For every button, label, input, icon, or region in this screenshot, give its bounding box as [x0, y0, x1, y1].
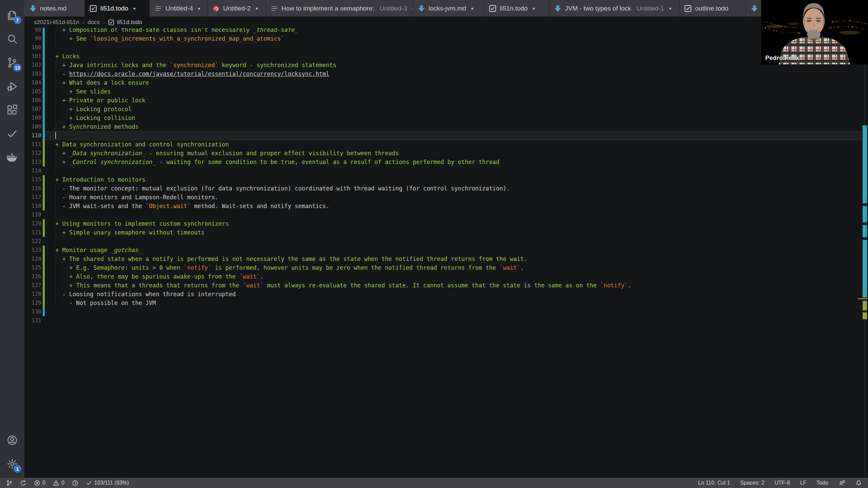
status-lf[interactable]: LF [800, 480, 807, 486]
status-utf-8[interactable]: UTF-8 [774, 480, 790, 486]
line-number[interactable]: 107 [24, 105, 41, 114]
editor-line-107[interactable]: 107 + Locking protocol [24, 105, 868, 114]
tab-locks-jvm-md[interactable]: locks-jvm.md● [413, 0, 484, 17]
editor-line-101[interactable]: 101+ Locks [24, 52, 868, 61]
line-number[interactable]: 100 [24, 43, 41, 52]
line-number[interactable]: 120 [24, 219, 41, 228]
editor-line-103[interactable]: 103 - https://docs.oracle.com/javase/tut… [24, 69, 868, 78]
line-number[interactable]: 108 [24, 114, 41, 122]
git-gutter-modified-indicator[interactable] [43, 307, 45, 316]
line-number[interactable]: 101 [24, 52, 41, 61]
editor-line-116[interactable]: 116 - The monitor concept: mutual exclus… [24, 184, 868, 193]
git-gutter-modified-indicator[interactable] [43, 96, 45, 105]
activity-bar-item-explorer[interactable]: 7 [0, 3, 24, 27]
modified-dot-icon[interactable]: ● [198, 6, 200, 11]
editor-line-127[interactable]: 127 + This means that a threads that ret… [24, 281, 868, 290]
breadcrumb-folder[interactable]: s2021i-li51d-li51n [34, 19, 79, 26]
editor-line-120[interactable]: 120+ Using monitors to implement custom … [24, 219, 868, 228]
editor-line-130[interactable]: 130 [24, 307, 868, 316]
line-number[interactable]: 102 [24, 61, 41, 69]
line-number[interactable]: 103 [24, 69, 41, 78]
modified-dot-icon[interactable]: ● [532, 6, 535, 11]
line-number[interactable]: 112 [24, 149, 41, 158]
line-number[interactable]: 105 [24, 87, 41, 96]
git-gutter-modified-indicator[interactable] [43, 87, 45, 96]
modified-dot-icon[interactable]: ● [133, 6, 136, 11]
tab-notes-md[interactable]: notes.md [24, 0, 85, 17]
git-gutter-added-indicator[interactable] [43, 281, 45, 290]
editor-line-102[interactable]: 102 + Java intrinsic locks and the `sync… [24, 61, 868, 69]
line-number[interactable]: 128 [24, 290, 41, 299]
status-bell[interactable] [855, 480, 862, 486]
git-gutter-added-indicator[interactable] [43, 202, 45, 210]
line-number[interactable]: 121 [24, 228, 41, 237]
git-gutter-modified-indicator[interactable] [43, 61, 45, 69]
link-text[interactable]: https://docs.oracle.com/javase/tutorial/… [69, 70, 330, 77]
line-number[interactable]: 122 [24, 237, 41, 246]
editor-line-104[interactable]: 104 + What does a lock ensure [24, 78, 868, 87]
line-number[interactable]: 99 [24, 34, 41, 43]
editor-line-109[interactable]: 109 + Synchronized methods [24, 122, 868, 131]
status-103-111-93-[interactable]: 103/111 (93%) [86, 480, 129, 486]
modified-dot-icon[interactable]: ● [255, 6, 258, 11]
git-gutter-modified-indicator[interactable] [43, 52, 45, 61]
editor-line-121[interactable]: 121 + Simple unary semaphore without tim… [24, 228, 868, 237]
editor-line-117[interactable]: 117 - Hoare monitors and Lampson-Redell … [24, 193, 868, 202]
editor-line-126[interactable]: 126 + Also, there may be spurious awake-… [24, 272, 868, 281]
activity-bar-item-settings[interactable]: 1 [0, 452, 24, 476]
status-0[interactable]: 0 [34, 480, 45, 486]
git-gutter-added-indicator[interactable] [43, 158, 45, 166]
line-number[interactable]: 114 [24, 166, 41, 175]
editor-line-114[interactable]: 114 [24, 166, 868, 175]
tab-how-to-implement-a-semaphore-[interactable]: How to implement a semaphore:Untitled-3● [266, 0, 413, 17]
status-ln-110-col-1[interactable]: Ln 110, Col 1 [698, 480, 730, 486]
activity-bar-item-search[interactable] [0, 27, 24, 51]
editor-line-118[interactable]: 118 - JVM wait-sets and the `Object.wait… [24, 202, 868, 210]
line-number[interactable]: 131 [24, 316, 41, 325]
git-gutter-added-indicator[interactable] [43, 184, 45, 193]
editor-line-122[interactable]: 122 [24, 237, 868, 246]
line-number[interactable]: 126 [24, 272, 41, 281]
editor-pane[interactable]: 98 + Composition of thread-safe classes … [24, 28, 868, 478]
git-gutter-added-indicator[interactable] [43, 263, 45, 272]
git-gutter-added-indicator[interactable] [43, 255, 45, 263]
line-number[interactable]: 129 [24, 299, 41, 307]
modified-dot-icon[interactable]: ● [669, 6, 672, 11]
status-sync[interactable] [20, 480, 26, 486]
line-number[interactable]: 125 [24, 263, 41, 272]
activity-bar-item-todo-tree[interactable] [0, 122, 24, 146]
line-number[interactable]: 127 [24, 281, 41, 290]
editor-line-129[interactable]: 129 - Not possible on the JVM [24, 299, 868, 307]
line-number[interactable]: 118 [24, 202, 41, 210]
line-number[interactable]: 106 [24, 96, 41, 105]
editor-line-105[interactable]: 105 + See slides [24, 87, 868, 96]
line-number[interactable]: 110 [24, 131, 41, 140]
tab-untitled-4[interactable]: Untitled-4● [150, 0, 208, 17]
tab-jvm-two-types-of-lock[interactable]: JVM - two types of lockUntitled-1● [549, 0, 679, 17]
modified-dot-icon[interactable]: ● [471, 6, 474, 11]
git-gutter-added-indicator[interactable] [43, 299, 45, 307]
git-gutter-added-indicator[interactable] [43, 149, 45, 158]
git-gutter-added-indicator[interactable] [43, 140, 45, 149]
activity-bar-item-accounts[interactable] [0, 428, 24, 452]
editor-line-115[interactable]: 115+ Introduction to monitors [24, 175, 868, 184]
editor-line-131[interactable]: 131 [24, 316, 868, 325]
activity-bar-item-source-control[interactable]: 13 [0, 51, 24, 75]
status-history[interactable] [72, 480, 78, 486]
line-number[interactable]: 119 [24, 210, 41, 219]
editor-line-112[interactable]: 112 + _Data synchronization_ - ensuring … [24, 149, 868, 158]
editor-line-113[interactable]: 113 + _Control synchronization_ - waitin… [24, 158, 868, 166]
breadcrumb-file[interactable]: li51d.todo [108, 19, 142, 26]
editor-line-125[interactable]: 125 + E.g. Semaphore: units > 0 when `no… [24, 263, 868, 272]
line-number[interactable]: 116 [24, 184, 41, 193]
git-gutter-modified-indicator[interactable] [43, 69, 45, 78]
git-gutter-added-indicator[interactable] [43, 246, 45, 255]
editor-line-111[interactable]: 111+ Data synchronization and control sy… [24, 140, 868, 149]
line-number[interactable]: 113 [24, 158, 41, 166]
editor-line-108[interactable]: 108 + Locking collision [24, 114, 868, 122]
line-number[interactable]: 117 [24, 193, 41, 202]
tab-outline-todo[interactable]: outline.todo [679, 0, 746, 17]
line-number[interactable]: 130 [24, 307, 41, 316]
git-gutter-modified-indicator[interactable] [43, 131, 45, 140]
line-number[interactable]: 109 [24, 122, 41, 131]
